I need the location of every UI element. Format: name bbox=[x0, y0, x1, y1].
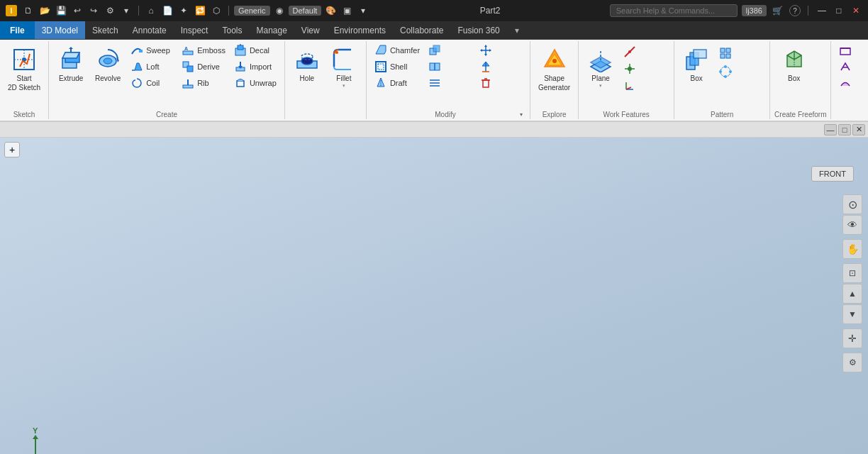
nav-cross-btn[interactable]: ✛ bbox=[842, 328, 862, 348]
fillet-icon bbox=[330, 45, 358, 74]
derive-icon bbox=[182, 60, 194, 73]
zoom-down-btn[interactable]: ▼ bbox=[842, 304, 862, 324]
ribbon-group-freeform: Box Create Freeform bbox=[770, 41, 831, 119]
box-freeform-btn[interactable]: Box bbox=[774, 43, 813, 86]
search-input[interactable] bbox=[610, 4, 738, 17]
shell-btn[interactable]: Shell bbox=[371, 59, 423, 74]
wf-point-btn[interactable] bbox=[620, 61, 669, 77]
fillet-dropdown[interactable]: ▾ bbox=[340, 83, 347, 89]
shape-generator-btn[interactable]: ShapeGenerator bbox=[535, 43, 574, 95]
minimize-btn[interactable]: — bbox=[816, 4, 828, 17]
emboss-label: Emboss bbox=[197, 46, 226, 55]
sweep-btn[interactable]: Sweep bbox=[127, 43, 177, 58]
home-nav[interactable]: ⌂ bbox=[144, 4, 158, 18]
modify-dropdown-arrow[interactable]: ▾ bbox=[520, 111, 523, 118]
svg-marker-6 bbox=[62, 52, 79, 58]
nav-settings-btn[interactable]: ⚙ bbox=[842, 353, 862, 372]
display-btn[interactable]: ▣ bbox=[340, 4, 354, 18]
special-btn[interactable]: ✦ bbox=[177, 4, 191, 18]
fillet-btn[interactable]: Fillet ▾ bbox=[326, 43, 362, 92]
menu-annotate[interactable]: Annotate bbox=[126, 21, 174, 39]
menu-tools[interactable]: Tools bbox=[215, 21, 249, 39]
sf-btn-1[interactable] bbox=[835, 43, 868, 58]
svg-point-76 bbox=[720, 67, 730, 77]
rib-btn[interactable]: Rib bbox=[178, 75, 229, 91]
mesh-btn[interactable]: ⬡ bbox=[209, 4, 223, 18]
redo-btn[interactable]: ↪ bbox=[87, 4, 101, 18]
pan-btn[interactable]: ✋ bbox=[842, 239, 862, 259]
new-btn[interactable]: 🗋 bbox=[21, 4, 35, 18]
start-sketch-btn[interactable]: Start2D Sketch bbox=[4, 43, 44, 95]
plane-btn[interactable]: Plane ▾ bbox=[583, 43, 618, 92]
draft-btn[interactable]: Draft bbox=[371, 75, 423, 91]
menu-inspect[interactable]: Inspect bbox=[174, 21, 216, 39]
nav-cube-face[interactable]: FRONT bbox=[811, 166, 854, 182]
chamfer-btn[interactable]: Chamfer bbox=[371, 43, 423, 58]
sf-btn-2[interactable] bbox=[835, 59, 868, 74]
modify-move-btn[interactable] bbox=[476, 43, 525, 58]
zoom-up-btn[interactable]: ▲ bbox=[842, 284, 862, 304]
modify-combine-btn[interactable] bbox=[425, 75, 474, 91]
viewport-add-btn[interactable]: + bbox=[4, 142, 20, 157]
box-pattern-btn[interactable]: Box bbox=[679, 43, 714, 86]
menu-manage[interactable]: Manage bbox=[249, 21, 294, 39]
menu-3dmodel[interactable]: 3D Model bbox=[35, 21, 85, 39]
modify-group-label: Modify bbox=[371, 109, 520, 119]
loft-btn[interactable]: Loft bbox=[127, 59, 177, 74]
more-btn[interactable]: ⚙ bbox=[103, 4, 117, 18]
modify-delete-btn[interactable] bbox=[476, 75, 525, 91]
save-btn[interactable]: 💾 bbox=[54, 4, 68, 18]
modify-scale-btn[interactable] bbox=[425, 43, 474, 58]
title-bar-left: I 🗋 📂 💾 ↩ ↪ ⚙ ▾ ⌂ 📄 ✦ 🔁 ⬡ Generic ◉ Defa… bbox=[6, 4, 370, 18]
emboss-btn[interactable]: A Emboss bbox=[178, 43, 229, 58]
menu-file[interactable]: File bbox=[0, 21, 35, 39]
menu-collaborate[interactable]: Collaborate bbox=[393, 21, 450, 39]
appearance-dropdown[interactable]: Default bbox=[289, 6, 322, 16]
wf-axis-btn[interactable] bbox=[620, 44, 669, 60]
hole-btn[interactable]: Hole bbox=[289, 43, 325, 86]
extrude-btn[interactable]: Extrude bbox=[53, 43, 89, 86]
svg-rect-12 bbox=[139, 50, 143, 52]
look-btn[interactable]: 👁 bbox=[842, 215, 862, 235]
viewport-toolbar: + bbox=[4, 142, 20, 157]
inner-minimize-btn[interactable]: — bbox=[824, 124, 837, 135]
circ-pattern-btn[interactable] bbox=[716, 64, 765, 79]
extra-btn[interactable]: ▾ bbox=[119, 4, 133, 18]
decal-btn[interactable]: Decal bbox=[230, 43, 280, 58]
sf-btn-3[interactable] bbox=[835, 75, 868, 91]
wf-ucs-btn[interactable] bbox=[620, 78, 669, 94]
orbit-btn[interactable]: ⊙ bbox=[842, 194, 862, 214]
extra2-btn[interactable]: ▾ bbox=[356, 4, 370, 18]
open-btn[interactable]: 📂 bbox=[38, 4, 52, 18]
menu-sketch[interactable]: Sketch bbox=[85, 21, 126, 39]
material-dropdown[interactable]: Generic bbox=[234, 6, 270, 16]
derive-btn[interactable]: Derive bbox=[178, 59, 229, 74]
rect-pattern-btn[interactable] bbox=[716, 45, 765, 61]
user-badge[interactable]: lj386 bbox=[742, 5, 767, 16]
coil-btn[interactable]: Coil bbox=[127, 75, 177, 91]
appearance-left[interactable]: ◉ bbox=[272, 4, 286, 18]
inner-maximize-btn[interactable]: □ bbox=[838, 124, 851, 135]
ribbon-group-surface: Surface bbox=[831, 41, 868, 119]
import-btn[interactable]: Import bbox=[230, 59, 280, 74]
menu-view[interactable]: View bbox=[294, 21, 327, 39]
docs-btn[interactable]: 📄 bbox=[160, 4, 174, 18]
modify-copy-btn[interactable] bbox=[476, 59, 525, 74]
more-menu-btn[interactable]: ▾ bbox=[510, 23, 524, 38]
menu-fusion360[interactable]: Fusion 360 bbox=[450, 21, 506, 39]
modify-split-btn[interactable] bbox=[425, 59, 474, 74]
appearance-right[interactable]: 🎨 bbox=[323, 4, 338, 18]
cart-icon[interactable]: 🛒 bbox=[771, 4, 785, 18]
revolve-btn[interactable]: Revolve bbox=[90, 43, 126, 86]
svg-point-10 bbox=[104, 58, 112, 64]
menu-environments[interactable]: Environments bbox=[327, 21, 393, 39]
undo-btn[interactable]: ↩ bbox=[70, 4, 84, 18]
update-btn[interactable]: 🔁 bbox=[193, 4, 207, 18]
inner-close-btn[interactable]: ✕ bbox=[852, 124, 865, 135]
maximize-btn[interactable]: □ bbox=[833, 4, 845, 17]
close-btn[interactable]: ✕ bbox=[850, 4, 862, 17]
unwrap-btn[interactable]: Unwrap bbox=[230, 75, 280, 91]
zoom-extents-btn[interactable]: ⊡ bbox=[842, 263, 862, 283]
plane-dropdown[interactable]: ▾ bbox=[597, 83, 604, 89]
help-icon[interactable]: ? bbox=[789, 5, 801, 16]
